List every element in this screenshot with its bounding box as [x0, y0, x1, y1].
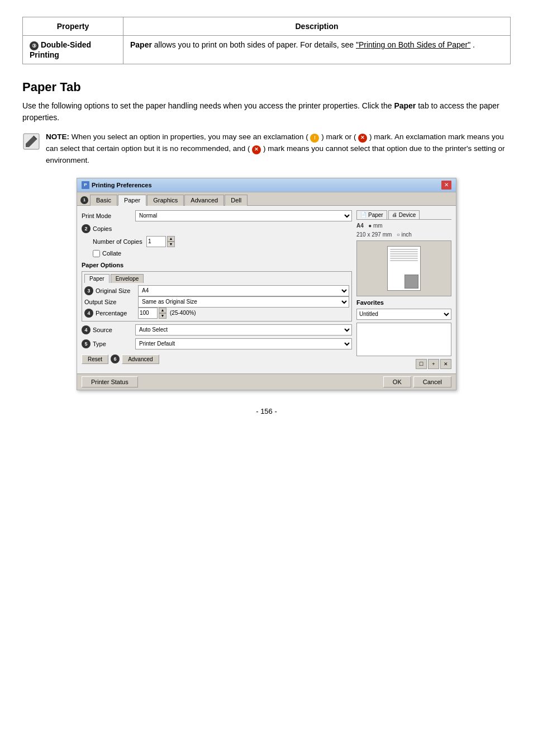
tab-paper[interactable]: Paper — [118, 195, 146, 206]
tab-basic[interactable]: Basic — [90, 195, 117, 206]
description-cell: Paper allows you to print on both sides … — [123, 36, 511, 64]
footer-right-buttons: OK Cancel — [383, 376, 451, 388]
favorites-delete-btn[interactable]: ✕ — [440, 359, 451, 369]
note-pencil-icon — [22, 133, 40, 150]
callout-5-wrap: 5 Type — [82, 339, 132, 348]
type-row: 5 Type Printer Default — [82, 338, 352, 349]
tab-advanced[interactable]: Advanced — [184, 195, 224, 206]
paper-options-section: Paper Envelope 3 Original Size A4 Output… — [82, 271, 352, 322]
num-copies-input[interactable] — [146, 236, 166, 247]
warning-icon: ! — [310, 134, 319, 143]
link-text: "Printing on Both Sides of Paper" — [356, 40, 470, 49]
printing-label: Printing — [30, 50, 59, 59]
percentage-row: 4 Percentage ▲ ▼ (25-400%) — [84, 308, 349, 319]
paper-dimensions: 210 x 297 mm ○ inch — [356, 231, 451, 238]
note-label: NOTE: — [46, 133, 69, 141]
note-box: NOTE: When you select an option in prope… — [22, 131, 511, 167]
advanced-button[interactable]: Advanced — [122, 355, 159, 364]
collate-row: Collate — [93, 250, 352, 257]
output-size-row: Output Size Same as Original Size — [84, 296, 349, 308]
callout-badge-3: ③ — [30, 41, 39, 50]
percentage-input-group: ▲ ▼ (25-400%) — [138, 308, 196, 319]
desc-end: . — [473, 40, 475, 49]
percentage-label: Percentage — [96, 310, 127, 316]
print-mode-select[interactable]: Normal — [135, 210, 352, 221]
paper-bold: Paper — [394, 101, 416, 110]
preview-line — [390, 249, 418, 250]
right-device-label: Device — [399, 212, 416, 218]
section-description: Use the following options to set the pap… — [22, 100, 511, 124]
output-size-select[interactable]: Same as Original Size — [138, 296, 349, 308]
right-tabs: 📄 Paper 🖨 Device — [356, 210, 451, 220]
callout-4-wrap: 4 Percentage — [84, 309, 135, 318]
error-icon: ✕ — [358, 134, 367, 143]
printing-preferences-dialog: P Printing Preferences ✕ 1 Basic Paper G… — [77, 178, 456, 390]
type-label: Type — [93, 341, 106, 347]
print-mode-row: Print Mode Normal — [82, 210, 352, 221]
preview-line — [390, 256, 418, 257]
table-row: ③ Double-Sided Printing Paper allows you… — [23, 36, 511, 64]
favorites-add-btn[interactable]: + — [428, 359, 439, 369]
percentage-input[interactable] — [138, 308, 158, 319]
mm-label: ● mm — [368, 223, 382, 229]
paper-sheet-icon: 📄 — [360, 212, 367, 218]
callout-6: 6 — [111, 355, 120, 363]
pe-tab-envelope[interactable]: Envelope — [111, 274, 144, 283]
source-label: Source — [93, 327, 112, 333]
num-copies-row: Number of Copies ▲ ▼ — [93, 236, 352, 247]
paper-preview-sheet — [387, 246, 421, 291]
cancel-button[interactable]: Cancel — [413, 376, 451, 388]
preview-line — [390, 251, 418, 252]
dialog-icon: P — [82, 181, 89, 189]
copies-label: Copies — [93, 225, 112, 232]
close-button[interactable]: ✕ — [441, 181, 451, 190]
collate-checkbox[interactable] — [93, 250, 100, 257]
double-sided-label: Double-Sided — [41, 40, 91, 49]
favorites-checkbox-btn[interactable]: ☐ — [416, 359, 427, 369]
printer-icon: 🖨 — [392, 212, 397, 218]
property-table: Property Description ③ Double-Sided Prin… — [22, 17, 511, 64]
ok-button[interactable]: OK — [383, 376, 411, 388]
favorites-label: Favorites — [356, 299, 451, 306]
pe-tab-paper[interactable]: Paper — [84, 274, 110, 283]
printer-status-button[interactable]: Printer Status — [82, 376, 138, 388]
preview-line — [390, 260, 418, 261]
source-select[interactable]: Auto Select — [135, 324, 352, 336]
percentage-range: (25-400%) — [170, 310, 196, 316]
reset-button[interactable]: Reset — [82, 355, 108, 364]
source-row: 4 Source Auto Select — [82, 324, 352, 336]
pct-spinner-up[interactable]: ▲ — [159, 308, 166, 313]
error-icon-2: ✕ — [252, 145, 261, 154]
preview-line — [390, 258, 418, 259]
favorites-list — [356, 323, 451, 356]
type-select[interactable]: Printer Default — [135, 338, 352, 349]
spinner-down[interactable]: ▼ — [167, 242, 175, 247]
favorites-select[interactable]: Untitled — [356, 309, 451, 320]
paper-options-label: Paper Options — [82, 262, 352, 268]
paper-preview-area — [356, 240, 451, 296]
callout-2: 2 — [82, 224, 91, 233]
callout-1: 1 — [80, 196, 88, 204]
spinner-up[interactable]: ▲ — [167, 236, 175, 242]
original-size-select[interactable]: A4 — [138, 285, 349, 296]
dialog-footer: Printer Status OK Cancel — [77, 374, 456, 390]
output-size-label: Output Size — [84, 299, 135, 305]
right-panel: 📄 Paper 🖨 Device A4 ● mm 210 x 297 mm ○ … — [356, 210, 451, 369]
right-tab-device[interactable]: 🖨 Device — [388, 210, 420, 219]
favorites-action-buttons: ☐ + ✕ — [356, 359, 451, 369]
right-tab-paper[interactable]: 📄 Paper — [356, 210, 387, 219]
callout-5: 5 — [82, 339, 91, 348]
dialog-body: Print Mode Normal 2 Copies Number of Cop… — [77, 206, 456, 374]
desc-text: allows you to print on both sides of pap… — [154, 40, 356, 49]
inch-label: ○ inch — [397, 231, 412, 238]
copies-section: 2 Copies — [82, 224, 352, 233]
note-content: NOTE: When you select an option in prope… — [46, 131, 511, 167]
preview-line — [390, 253, 418, 254]
pct-spinner-down[interactable]: ▼ — [159, 313, 166, 319]
paper-envelope-tabs: Paper Envelope — [84, 274, 349, 283]
property-cell: ③ Double-Sided Printing — [23, 36, 123, 64]
tab-graphics[interactable]: Graphics — [147, 195, 184, 206]
collate-label: Collate — [102, 250, 121, 257]
double-sided-printing-bold: Paper — [130, 40, 152, 49]
tab-dell[interactable]: Dell — [225, 195, 248, 206]
